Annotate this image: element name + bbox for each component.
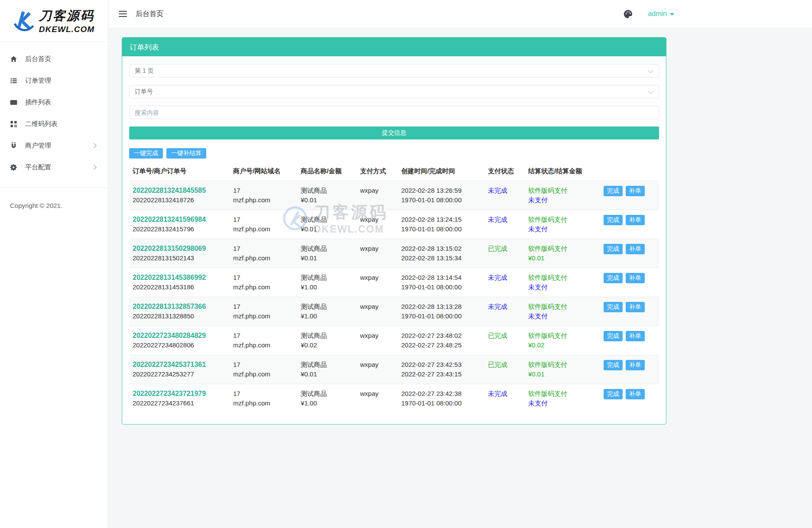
order-number-link[interactable]: 2022022813150298069 xyxy=(133,244,226,253)
complete-button[interactable]: 完成 xyxy=(604,389,623,399)
username-text: admin xyxy=(648,10,667,18)
hamburger-menu-icon[interactable] xyxy=(117,9,129,19)
cell-actions: 完成 补单 xyxy=(600,302,659,312)
cell-paystatus: 已完成 xyxy=(484,244,525,253)
panel-body: 第 1 页 订单号 提交信息 一键完成 一键补结算 订单号/商户订单号 商户号/… xyxy=(122,56,666,424)
settle-all-button[interactable]: 一键补结算 xyxy=(166,148,206,159)
supplement-button[interactable]: 补单 xyxy=(626,244,645,254)
product-name: 测试商品 xyxy=(301,215,353,224)
sidebar-item-qrcodes[interactable]: 二维码列表 xyxy=(0,113,108,135)
supplement-button[interactable]: 补单 xyxy=(626,331,645,341)
brand-logo-icon xyxy=(13,10,36,32)
chevron-down-icon xyxy=(648,88,653,94)
cell-times: 2022-02-28 13:15:02 2022-02-28 13:15:34 xyxy=(398,244,484,263)
supplement-button[interactable]: 补单 xyxy=(626,186,645,196)
pay-status-badge: 已完成 xyxy=(488,361,507,368)
sidebar-item-platform-config[interactable]: 平台配置 xyxy=(0,156,108,178)
completed-time: 1970-01-01 08:00:00 xyxy=(401,311,481,321)
supplement-button[interactable]: 补单 xyxy=(626,215,645,225)
order-number-link[interactable]: 2022022813145386992 xyxy=(133,273,226,282)
page-select[interactable]: 第 1 页 xyxy=(129,64,659,78)
brand-name-cn: 刀客源码 xyxy=(39,7,94,25)
complete-button[interactable]: 完成 xyxy=(604,331,623,341)
sidebar-item-plugins[interactable]: 插件列表 xyxy=(0,91,108,113)
cell-times: 2022-02-27 23:42:38 1970-01-01 08:00:00 xyxy=(398,389,484,408)
complete-button[interactable]: 完成 xyxy=(604,273,623,283)
cell-paystatus: 未完成 xyxy=(484,302,525,311)
search-field-select[interactable]: 订单号 xyxy=(129,85,659,98)
complete-all-button[interactable]: 一键完成 xyxy=(129,148,163,159)
completed-time: 1970-01-01 08:00:00 xyxy=(401,282,481,292)
cell-product: 测试商品 ¥0.01 xyxy=(297,360,357,379)
user-dropdown[interactable]: admin xyxy=(648,10,674,18)
cell-merchant: 17 mzf.php.com xyxy=(230,331,297,350)
order-number-link[interactable]: 2022022723480284829 xyxy=(133,331,226,340)
cell-paystatus: 未完成 xyxy=(484,389,525,398)
table-header-row: 订单号/商户订单号 商户号/网站域名 商品名称/金额 支付方式 创建时间/完成时… xyxy=(129,165,659,181)
col-header-times: 创建时间/完成时间 xyxy=(398,167,484,175)
bulk-actions: 一键完成 一键补结算 xyxy=(129,148,659,159)
supplement-button[interactable]: 补单 xyxy=(626,360,645,370)
col-header-settle: 结算状态/结算金额 xyxy=(525,167,600,175)
sidebar-item-dashboard[interactable]: 后台首页 xyxy=(0,48,108,70)
order-number-link[interactable]: 2022022813241596984 xyxy=(133,215,226,224)
supplement-button[interactable]: 补单 xyxy=(626,273,645,283)
cell-paymethod: wxpay xyxy=(357,331,398,340)
settle-value: ¥0.01 xyxy=(528,369,597,379)
sidebar-menu: 后台首页 订单管理 插件列表 二维码列表 商户管理 平台配置 xyxy=(0,42,108,178)
supplement-button[interactable]: 补单 xyxy=(626,389,645,399)
cell-paymethod: wxpay xyxy=(357,244,398,253)
pay-status-badge: 未完成 xyxy=(488,216,507,223)
complete-button[interactable]: 完成 xyxy=(604,186,623,196)
merchant-id: 17 xyxy=(233,360,294,369)
merchant-id: 17 xyxy=(233,244,294,253)
cell-paymethod: wxpay xyxy=(357,215,398,224)
cell-order: 2022022723480284829 20220227234802806 xyxy=(129,331,230,350)
completed-time: 2022-02-28 13:15:34 xyxy=(401,253,481,263)
sidebar: 刀客源码 DKEWL.COM 后台首页 订单管理 插件列表 二维码列表 xyxy=(0,0,108,528)
order-number-link[interactable]: 2022022723425371361 xyxy=(133,360,226,369)
order-number-link[interactable]: 2022022813241845585 xyxy=(133,186,226,195)
product-amount: ¥0.01 xyxy=(301,369,353,379)
submit-button[interactable]: 提交信息 xyxy=(129,126,659,139)
product-amount: ¥1.00 xyxy=(301,398,353,408)
sidebar-item-orders[interactable]: 订单管理 xyxy=(0,70,108,91)
cell-actions: 完成 补单 xyxy=(600,215,659,225)
cell-merchant: 17 mzf.php.com xyxy=(230,215,297,234)
order-number-link[interactable]: 2022022813132857366 xyxy=(133,302,226,311)
complete-button[interactable]: 完成 xyxy=(604,302,623,312)
cell-order: 2022022813145386992 20220228131453186 xyxy=(129,273,230,292)
complete-button[interactable]: 完成 xyxy=(604,244,623,254)
cell-order: 2022022723423721979 20220227234237661 xyxy=(129,389,230,408)
settle-value: 未支付 xyxy=(528,224,597,234)
topbar: 后台首页 admin xyxy=(109,0,812,28)
cell-merchant: 17 mzf.php.com xyxy=(230,389,297,408)
cell-times: 2022-02-28 13:13:28 1970-01-01 08:00:00 xyxy=(398,302,484,321)
settle-method: 软件版码支付 xyxy=(528,331,597,340)
table-row: 2022022813241596984 20220228132415796 17… xyxy=(129,210,659,239)
col-header-merchant: 商户号/网站域名 xyxy=(230,167,297,175)
gear-icon xyxy=(10,163,18,172)
sidebar-item-merchants[interactable]: 商户管理 xyxy=(0,135,108,156)
table-body: 2022022813241845585 20220228132418726 17… xyxy=(129,181,659,413)
merchant-domain: mzf.php.com xyxy=(233,340,294,350)
product-name: 测试商品 xyxy=(301,273,353,282)
completed-time: 1970-01-01 08:00:00 xyxy=(401,224,481,234)
complete-button[interactable]: 完成 xyxy=(604,215,623,225)
cell-paymethod: wxpay xyxy=(357,360,398,369)
cell-product: 测试商品 ¥0.01 xyxy=(297,186,357,205)
created-time: 2022-02-27 23:48:02 xyxy=(401,331,481,340)
cell-settle: 软件版码支付 未支付 xyxy=(525,273,600,292)
settle-value: 未支付 xyxy=(528,195,597,205)
search-input[interactable] xyxy=(129,106,659,119)
brand-logo[interactable]: 刀客源码 DKEWL.COM xyxy=(0,0,108,42)
theme-palette-button[interactable] xyxy=(623,9,633,19)
complete-button[interactable]: 完成 xyxy=(604,360,623,370)
created-time: 2022-02-27 23:42:38 xyxy=(401,389,481,398)
supplement-button[interactable]: 补单 xyxy=(626,302,645,312)
cell-product: 测试商品 ¥1.00 xyxy=(297,273,357,292)
cell-order: 2022022813150298069 20220228131502143 xyxy=(129,244,230,263)
order-number-link[interactable]: 2022022723423721979 xyxy=(133,389,226,398)
merchant-id: 17 xyxy=(233,302,294,311)
merchant-order-number: 20220227234253277 xyxy=(133,369,226,379)
